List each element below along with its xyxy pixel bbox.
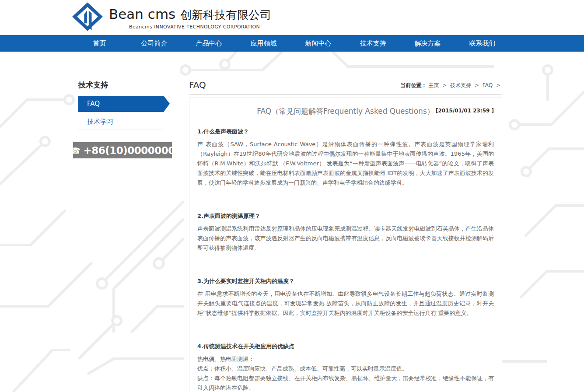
phone-number: +86(10)0000000 xyxy=(83,145,175,156)
qa-paragraph: 热电偶、热电阻测温： xyxy=(197,354,494,364)
qa-section: 2.声表面波的测温原理？ 声表面波测温系统利用雷达反射原理和晶体的压电现象完成测… xyxy=(197,212,494,253)
qa-paragraph: 声 表面波（SAW，Surface Acoustic Wave）是沿物体表面传播… xyxy=(197,140,494,188)
qa-paragraph: 缺点：每个热敏电阻都需要独立接线、在开关柜内布线复杂、易损坏、维护量大，需要经常… xyxy=(197,374,494,392)
sidebar-menu: FAQ 技术学习 xyxy=(78,96,164,130)
brand[interactable]: Bean cms 创新科技有限公司 Beancms INNOVATIVE TEC… xyxy=(71,2,271,33)
article-column: FAQ 当前位置： 主页 > 技术支持 > FAQ > xyxy=(189,52,502,392)
site-header: Bean cms 创新科技有限公司 Beancms INNOVATIVE TEC… xyxy=(0,0,584,35)
qa-paragraph: 优点：体积小、温度响应快、产品成熟、成本低、可靠性高，可以实时显示温度值。 xyxy=(197,364,494,374)
sidebar-title: 技术支持 xyxy=(72,80,173,90)
breadcrumb-label: 当前位置： xyxy=(401,82,427,88)
breadcrumb: 当前位置： 主页 > 技术支持 > FAQ > xyxy=(401,82,502,90)
brand-text: Bean cms 创新科技有限公司 Beancms INNOVATIVE TEC… xyxy=(109,2,271,30)
qa-heading: 2.声表面波的测温原理？ xyxy=(197,212,494,220)
article-date: [2015/01/01 23:59 ] xyxy=(436,108,494,114)
breadcrumb-separator: > xyxy=(496,82,500,88)
breadcrumb-separator: > xyxy=(442,82,447,88)
sidebar-menu-item[interactable]: 技术学习 xyxy=(78,114,164,130)
phone-banner: ☎ +86(10)0000000 xyxy=(73,142,172,158)
article-body: 1.什么是声表面波？ 声 表面波（SAW，Surface Acoustic Wa… xyxy=(197,128,494,392)
nav-item[interactable]: 公司简介 xyxy=(127,35,182,52)
nav-item[interactable]: 解决方案 xyxy=(400,35,455,52)
page-title: FAQ xyxy=(189,80,206,90)
qa-heading: 4.传统测温技术在开关柜应用的优缺点 xyxy=(197,343,494,350)
qa-heading: 3.为什么要实时监控开关柜内的温度？ xyxy=(197,277,494,285)
brand-name-en: Bean cms xyxy=(109,6,175,22)
nav-item[interactable]: 联系我们 xyxy=(455,35,510,52)
qa-section: 3.为什么要实时监控开关柜内的温度？ 在 用电需求不断增长的今天，用电设备也在不… xyxy=(197,277,494,318)
qa-paragraph: 在 用电需求不断增长的今天，用电设备也在不断增加。由此导致很多电气设备长期工作与… xyxy=(197,289,494,318)
nav-item[interactable]: 新闻中心 xyxy=(291,35,346,52)
breadcrumb-link[interactable]: FAQ xyxy=(483,82,493,88)
nav-item[interactable]: 技术支持 xyxy=(346,35,400,52)
company-logo-icon xyxy=(71,2,104,33)
sidebar: 技术支持 FAQ 技术学习 ☎ +86(10)0000000 xyxy=(72,52,173,392)
brand-subtitle: Beancms INNOVATIVE TECHNOLOGY CORPORATIO… xyxy=(129,24,271,30)
nav-item[interactable]: 产品中心 xyxy=(182,35,236,52)
breadcrumb-link[interactable]: 技术支持 xyxy=(450,82,471,88)
article-title: FAQ（常见问题解答Frequently Asked Questions） xyxy=(257,106,434,116)
qa-paragraph: 声表面波测温系统利用雷达反射原理和晶体的压电现象完成测温过程。读卡器天线发射电磁… xyxy=(197,224,494,253)
phone-icon: ☎ xyxy=(70,146,80,155)
page-main: 技术支持 FAQ 技术学习 ☎ +86(10)0000000 xyxy=(0,52,584,392)
nav-item[interactable]: 首页 xyxy=(72,35,127,52)
nav-item[interactable]: 应用领域 xyxy=(236,35,291,52)
article-box: FAQ（常见问题解答Frequently Asked Questions） [2… xyxy=(189,98,502,392)
brand-name-cn: 创新科技有限公司 xyxy=(180,8,271,21)
active-item-arrow-icon xyxy=(164,96,170,112)
main-navigation: 首页 公司简介 产品中心 应用领域 新闻中心 技术支持 解决方案 联系我们 xyxy=(0,35,584,52)
breadcrumb-separator: > xyxy=(475,82,479,88)
qa-heading: 1.什么是声表面波？ xyxy=(197,128,494,136)
qa-section: 4.传统测温技术在开关柜应用的优缺点 热电偶、热电阻测温： 优点：体积小、温度响… xyxy=(197,343,494,392)
qa-section: 1.什么是声表面波？ 声 表面波（SAW，Surface Acoustic Wa… xyxy=(197,128,494,188)
breadcrumb-link[interactable]: 主页 xyxy=(428,82,439,88)
sidebar-menu-item[interactable]: FAQ xyxy=(78,96,164,112)
sidebar-menu-item-label: FAQ xyxy=(87,100,100,108)
sidebar-menu-item-label: 技术学习 xyxy=(87,118,113,126)
